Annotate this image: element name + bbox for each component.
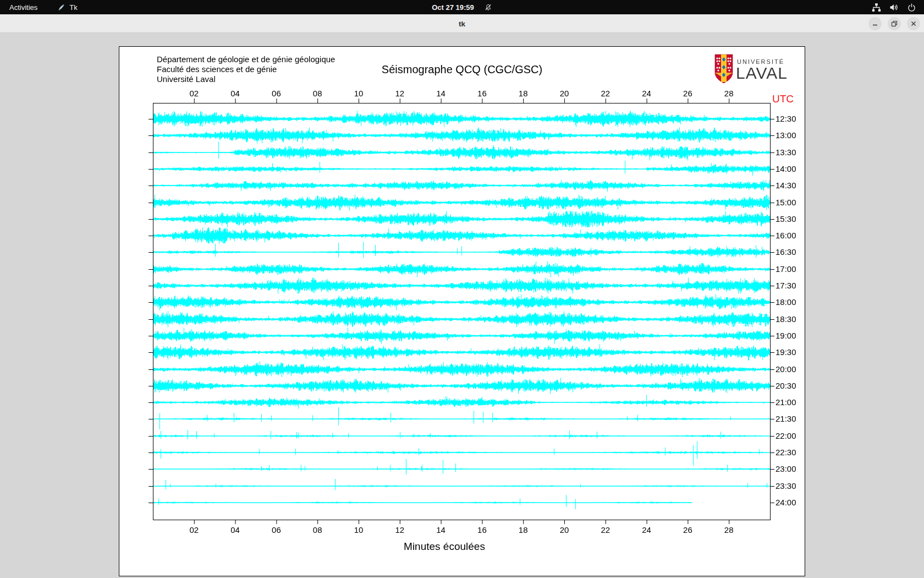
utc-time-label: 23:30 [776,481,796,490]
close-button[interactable] [907,17,920,30]
x-tick-label-top: 26 [683,89,692,98]
activities-button[interactable]: Activities [9,3,37,12]
utc-time-label: 12:30 [776,114,796,123]
minimize-icon [872,20,878,27]
utc-time-label: 20:30 [776,381,796,390]
x-tick-label-top: 02 [189,89,199,98]
x-tick-label-bottom: 18 [519,525,528,535]
seismograph-figure: Département de géologie et de génie géol… [119,46,805,576]
utc-time-label: 19:30 [776,347,796,357]
restore-icon [891,20,898,27]
system-status-area[interactable] [872,3,916,12]
utc-time-label: 23:00 [776,464,796,473]
tk-feather-icon [57,3,65,12]
x-tick-label-top: 14 [436,89,446,98]
minimize-button[interactable] [868,17,882,30]
x-tick-label-top: 10 [354,89,364,98]
notifications-muted-icon [484,3,492,12]
utc-time-label: 15:30 [776,214,796,223]
utc-time-label: 24:00 [776,498,796,507]
network-wired-icon [872,3,881,12]
utc-time-label: 14:30 [776,181,796,190]
utc-time-label: 17:00 [776,264,796,274]
x-tick-label-bottom: 26 [683,525,692,535]
utc-time-label: 22:30 [776,448,796,457]
x-tick-label-bottom: 14 [436,525,446,535]
utc-time-label: 21:00 [776,397,796,407]
x-tick-label-bottom: 22 [601,525,610,535]
utc-time-label: 13:30 [776,148,796,157]
x-tick-label-top: 22 [601,89,610,98]
x-tick-label-bottom: 12 [395,525,404,535]
x-tick-label-top: 24 [642,89,651,98]
utc-time-label: 18:30 [776,314,796,324]
x-tick-label-bottom: 06 [272,525,281,535]
utc-time-label: 16:00 [776,231,796,240]
utc-time-label: 15:00 [776,198,796,207]
x-tick-label-bottom: 28 [724,525,734,535]
clock-menu[interactable]: Oct 27 19:59 [432,3,492,12]
utc-axis-label: UTC [772,93,794,105]
window-title: tk [0,14,924,33]
focused-app-indicator[interactable]: Tk [57,3,77,12]
utc-time-label: 13:00 [776,130,796,140]
x-axis-label: Minutes écoulées [119,541,769,553]
x-tick-label-bottom: 24 [642,525,651,535]
x-tick-label-top: 16 [477,89,487,98]
utc-time-label: 14:00 [776,164,796,173]
x-tick-label-top: 20 [560,89,569,98]
restore-button[interactable] [888,17,901,30]
x-tick-label-top: 08 [313,89,322,98]
utc-time-label: 20:00 [776,364,796,374]
x-tick-label-top: 12 [395,89,404,98]
utc-time-label: 17:30 [776,281,796,290]
close-icon [910,20,917,27]
logo-laval-text: LAVAL [736,64,788,82]
window-titlebar[interactable]: tk [0,14,924,33]
seismogram-plot [119,47,805,576]
x-tick-label-top: 28 [724,89,734,98]
x-tick-label-bottom: 10 [354,525,364,535]
power-icon [907,3,916,12]
universite-laval-logo: UNIVERSITÉ LAVAL [703,54,802,85]
clock-label: Oct 27 19:59 [432,3,474,12]
utc-time-label: 22:00 [776,431,796,440]
utc-time-label: 16:30 [776,247,796,257]
focused-app-label: Tk [69,3,77,12]
tk-window-body: Département de géologie et de génie géol… [0,33,924,578]
volume-icon [889,3,899,12]
x-tick-label-bottom: 16 [477,525,487,535]
utc-time-label: 21:30 [776,414,796,423]
utc-time-label: 18:00 [776,297,796,307]
x-tick-label-top: 18 [519,89,528,98]
x-tick-label-top: 04 [230,89,240,98]
x-tick-label-bottom: 08 [313,525,322,535]
x-tick-label-bottom: 02 [189,525,199,535]
gnome-top-bar: Activities Tk Oct 27 19:59 [0,0,924,14]
utc-time-label: 19:00 [776,331,796,340]
x-tick-label-bottom: 04 [230,525,240,535]
x-tick-label-bottom: 20 [560,525,569,535]
figure-title: Séismographe QCQ (CGC/GSC) [119,63,805,76]
x-tick-label-top: 06 [272,89,281,98]
